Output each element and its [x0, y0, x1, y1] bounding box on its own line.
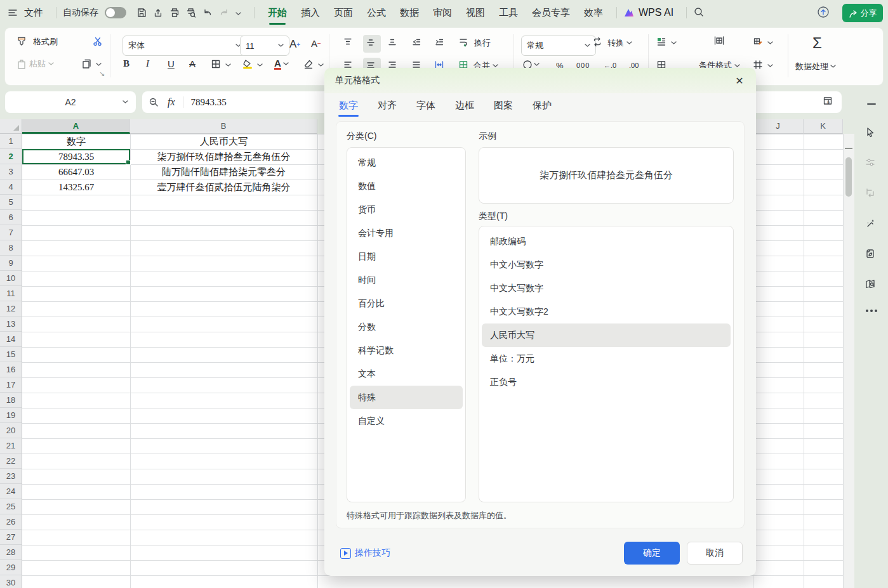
ok-button[interactable]: 确定 — [624, 542, 680, 565]
number-format-select[interactable]: 常规 — [521, 36, 596, 56]
tab-view[interactable]: 视图 — [466, 7, 485, 19]
row-header-26[interactable]: 26 — [0, 514, 22, 530]
column-header-K[interactable]: K — [804, 119, 843, 134]
cut-button[interactable] — [93, 36, 105, 49]
column-header-B[interactable]: B — [130, 119, 317, 134]
align-top-icon[interactable] — [343, 37, 355, 49]
row-header-29[interactable]: 29 — [0, 560, 22, 575]
tips-link[interactable]: 操作技巧 — [340, 547, 390, 559]
category-item[interactable]: 自定义 — [350, 409, 463, 433]
underline-icon[interactable]: U — [168, 58, 175, 69]
row-header-24[interactable]: 24 — [0, 484, 22, 499]
fill-color-button[interactable] — [242, 59, 263, 72]
data-process-button[interactable]: 数据处理 — [795, 61, 836, 72]
decrease-indent-icon[interactable] — [411, 37, 424, 49]
copy-button[interactable] — [81, 58, 102, 71]
zoom-out-icon[interactable] — [149, 97, 159, 107]
row-header-7[interactable]: 7 — [0, 225, 22, 240]
category-item[interactable]: 数值 — [350, 174, 463, 198]
paste-button[interactable]: 粘贴 — [17, 58, 54, 70]
row-header-6[interactable]: 6 — [0, 210, 22, 225]
grid-cell-A4[interactable]: 14325.67 — [22, 180, 130, 195]
upload-cloud-icon[interactable] — [817, 6, 830, 18]
borders-button[interactable] — [211, 59, 231, 72]
tab-protection[interactable]: 保护 — [532, 96, 552, 115]
row-header-15[interactable]: 15 — [0, 347, 22, 362]
vertical-scrollbar[interactable] — [843, 134, 854, 588]
close-icon[interactable]: ✕ — [732, 73, 747, 88]
print-icon[interactable] — [169, 8, 180, 18]
column-header-A[interactable]: A — [22, 119, 130, 134]
category-item[interactable]: 科学记数 — [350, 339, 463, 362]
more-commands-chevron-icon[interactable] — [235, 8, 241, 18]
table-style-button[interactable] — [656, 37, 677, 49]
font-color-button[interactable]: A — [274, 58, 289, 70]
tab-border[interactable]: 边框 — [454, 96, 475, 115]
column-header-J[interactable]: J — [753, 119, 804, 134]
type-item[interactable]: 中文小写数字 — [482, 253, 731, 277]
row-header-10[interactable]: 10 — [0, 271, 22, 286]
align-middle-icon[interactable] — [363, 35, 381, 53]
reference-search-icon[interactable] — [865, 279, 878, 292]
selected-cell-outline[interactable] — [22, 149, 130, 164]
apply-frame-button[interactable] — [753, 60, 773, 72]
redo-icon[interactable] — [219, 8, 229, 18]
tab-review[interactable]: 审阅 — [433, 7, 452, 19]
row-header-3[interactable]: 3 — [0, 164, 22, 180]
export-icon[interactable] — [153, 8, 163, 18]
row-header-5[interactable]: 5 — [0, 195, 22, 210]
font-name-select[interactable]: 宋体 — [123, 36, 247, 56]
row-header-27[interactable]: 27 — [0, 530, 22, 545]
tab-font[interactable]: 字体 — [416, 96, 436, 115]
sum-icon[interactable]: Σ — [812, 34, 822, 52]
row-header-9[interactable]: 9 — [0, 256, 22, 271]
row-header-1[interactable]: 1 — [0, 134, 22, 149]
tab-insert[interactable]: 插入 — [301, 7, 320, 19]
clipboard-dialog-launcher-icon[interactable]: ↘ — [99, 70, 105, 78]
formula-value[interactable]: 78943.35 — [191, 97, 227, 108]
align-bottom-icon[interactable] — [387, 37, 400, 49]
wps-ai-button[interactable]: WPS AI — [623, 7, 673, 18]
share-button[interactable]: 分享 — [842, 4, 883, 22]
tab-data[interactable]: 数据 — [400, 7, 419, 19]
grid-cell-B1[interactable]: 人民币大写 — [130, 134, 317, 149]
tab-formula[interactable]: 公式 — [367, 7, 386, 19]
category-item[interactable]: 分数 — [350, 315, 463, 339]
scrollbar-thumb[interactable] — [845, 157, 852, 197]
row-header-23[interactable]: 23 — [0, 469, 22, 484]
dialog-titlebar[interactable]: 单元格格式 — [324, 68, 756, 93]
layout-loop-icon[interactable] — [865, 188, 878, 200]
tab-page[interactable]: 页面 — [334, 7, 353, 19]
tab-home[interactable]: 开始 — [268, 7, 287, 19]
row-header-11[interactable]: 11 — [0, 286, 22, 301]
category-item[interactable]: 百分比 — [350, 292, 463, 315]
row-header-19[interactable]: 19 — [0, 408, 22, 423]
row-header-14[interactable]: 14 — [0, 332, 22, 347]
row-header-4[interactable]: 4 — [0, 180, 22, 195]
collapse-icon[interactable] — [866, 99, 877, 109]
category-item[interactable]: 日期 — [350, 245, 463, 268]
tab-alignment[interactable]: 对齐 — [377, 96, 397, 115]
row-header-16[interactable]: 16 — [0, 362, 22, 377]
scrollbar-split-handle[interactable] — [845, 148, 852, 149]
row-header-20[interactable]: 20 — [0, 423, 22, 438]
category-item[interactable]: 时间 — [350, 268, 463, 292]
convert-button[interactable]: 转换 — [592, 37, 632, 49]
cursor-select-icon[interactable] — [865, 127, 878, 140]
italic-icon[interactable]: I — [146, 58, 149, 69]
name-box[interactable]: A2 — [5, 91, 136, 113]
fill-handle[interactable] — [126, 160, 131, 165]
save-icon[interactable] — [136, 8, 147, 18]
row-header-17[interactable]: 17 — [0, 377, 22, 393]
row-header-30[interactable]: 30 — [0, 575, 22, 588]
grid-cell-B3[interactable]: 陆万陆仟陆佰肆拾柒元零叁分 — [130, 164, 317, 180]
strikethrough-icon[interactable]: A — [189, 58, 195, 69]
more-tools-icon[interactable] — [866, 310, 877, 312]
search-icon[interactable] — [693, 6, 706, 19]
wrap-text-button[interactable]: 换行 — [458, 37, 491, 49]
grid-cell-A3[interactable]: 66647.03 — [22, 164, 130, 180]
conditional-format-icon[interactable] — [714, 36, 727, 48]
bold-icon[interactable]: B — [123, 58, 129, 69]
fx-icon[interactable]: fx — [168, 96, 175, 108]
grid-cell-B4[interactable]: 壹万肆仟叁佰贰拾伍元陆角柒分 — [130, 180, 317, 195]
